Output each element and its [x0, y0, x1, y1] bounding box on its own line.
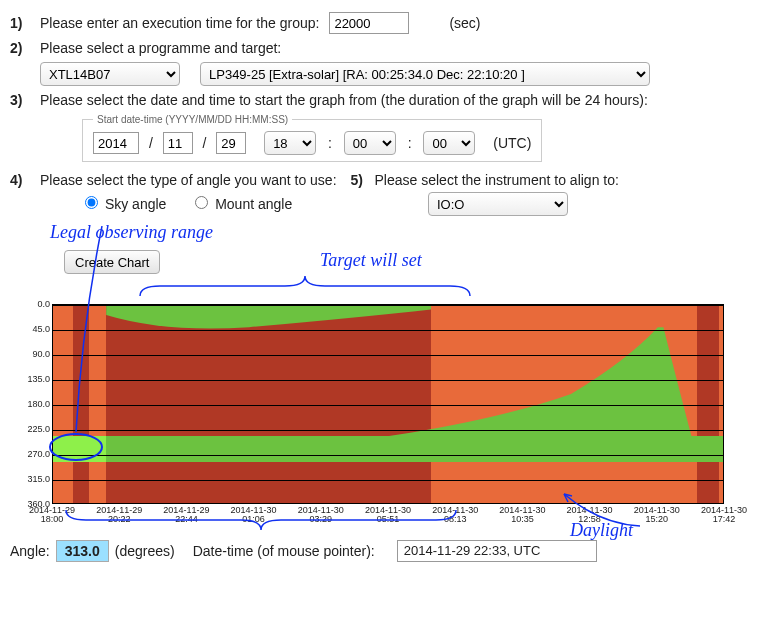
date-sep-1: /	[143, 135, 159, 151]
datetime-label: Date-time (of mouse pointer):	[193, 543, 375, 559]
x-tick: 2014-11-3010:35	[492, 506, 552, 525]
x-tick: 2014-11-3008:13	[425, 506, 485, 525]
degrees-label: (degrees)	[115, 543, 175, 559]
sky-angle-radio[interactable]	[85, 196, 98, 209]
start-datetime-fieldset: Start date-time (YYYY/MM/DD HH:MM:SS) / …	[82, 114, 542, 162]
x-tick: 2014-11-2922:44	[156, 506, 216, 525]
angle-readout: 313.0	[56, 540, 109, 562]
hour-select[interactable]: 18	[264, 131, 316, 155]
step2-num: 2)	[10, 40, 40, 56]
programme-select[interactable]: XTL14B07	[40, 62, 180, 86]
angle-label: Angle:	[10, 543, 50, 559]
x-tick: 2014-11-3015:20	[627, 506, 687, 525]
x-tick: 2014-11-3001:06	[224, 506, 284, 525]
mount-angle-text: Mount angle	[215, 196, 292, 212]
target-select[interactable]: LP349-25 [Extra-solar] [RA: 00:25:34.0 D…	[200, 62, 650, 86]
annotation-target-set: Target will set	[320, 250, 422, 271]
step3-label: Please select the date and time to start…	[40, 92, 648, 108]
x-tick: 2014-11-2918:00	[22, 506, 82, 525]
instrument-select[interactable]: IO:O	[428, 192, 568, 216]
start-datetime-legend: Start date-time (YYYY/MM/DD HH:MM:SS)	[93, 114, 292, 125]
mount-angle-radio-label[interactable]: Mount angle	[190, 196, 296, 212]
day-input[interactable]	[216, 132, 246, 154]
step3-num: 3)	[10, 92, 40, 108]
x-tick: 2014-11-2920:22	[89, 506, 149, 525]
minute-select[interactable]: 00	[344, 131, 396, 155]
y-tick: 0.0	[20, 299, 50, 309]
step2-label: Please select a programme and target:	[40, 40, 281, 56]
step1-label: Please enter an execution time for the g…	[40, 15, 319, 31]
create-chart-button[interactable]: Create Chart	[64, 250, 160, 274]
step1-num: 1)	[10, 15, 40, 31]
x-tick: 2014-11-3017:42	[694, 506, 754, 525]
datetime-readout: 2014-11-29 22:33, UTC	[397, 540, 597, 562]
y-axis-ticks: 0.045.090.0135.0180.0225.0270.0315.0360.…	[20, 304, 52, 504]
mount-angle-radio[interactable]	[195, 196, 208, 209]
chart-wrap: 0.045.090.0135.0180.0225.0270.0315.0360.…	[20, 304, 760, 526]
x-tick: 2014-11-3003:29	[291, 506, 351, 525]
x-tick: 2014-11-3005:51	[358, 506, 418, 525]
step4-num: 4)	[10, 172, 40, 188]
time-sep-2: :	[400, 135, 420, 151]
y-tick: 180.0	[20, 399, 50, 409]
y-tick: 45.0	[20, 324, 50, 334]
x-tick: 2014-11-3012:58	[560, 506, 620, 525]
step1-unit: (sec)	[449, 15, 480, 31]
second-select[interactable]: 00	[423, 131, 475, 155]
step5-num: 5)	[351, 172, 375, 188]
exec-time-input[interactable]	[329, 12, 409, 34]
tz-label: (UTC)	[493, 135, 531, 151]
y-tick: 135.0	[20, 374, 50, 384]
step4-label: Please select the type of angle you want…	[40, 172, 337, 188]
x-axis-ticks: 2014-11-2918:002014-11-2920:222014-11-29…	[52, 504, 752, 526]
chart-plot-area[interactable]	[52, 304, 724, 504]
y-tick: 270.0	[20, 449, 50, 459]
sky-angle-radio-label[interactable]: Sky angle	[80, 196, 170, 212]
sky-angle-text: Sky angle	[105, 196, 166, 212]
step5-label: Please select the instrument to align to…	[375, 172, 619, 188]
month-input[interactable]	[163, 132, 193, 154]
y-tick: 90.0	[20, 349, 50, 359]
y-tick: 315.0	[20, 474, 50, 484]
date-sep-2: /	[197, 135, 213, 151]
year-input[interactable]	[93, 132, 139, 154]
annotation-legal-range: Legal observing range	[50, 222, 213, 243]
time-sep-1: :	[320, 135, 340, 151]
y-tick: 225.0	[20, 424, 50, 434]
